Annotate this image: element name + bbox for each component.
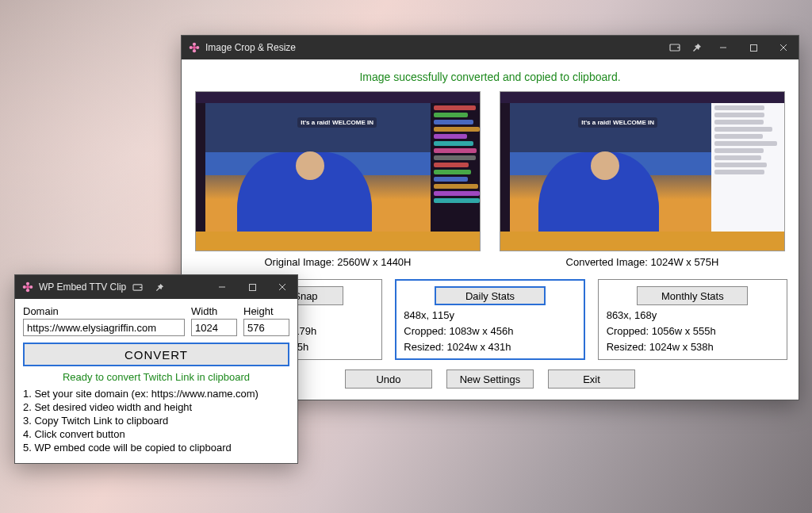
svg-point-4 — [196, 46, 199, 49]
width-input[interactable] — [191, 319, 237, 336]
undo-button[interactable]: Undo — [345, 369, 432, 389]
wp-embed-window: WP Embed TTV Clip Domain Width — [14, 274, 298, 464]
svg-point-3 — [190, 46, 193, 49]
instructions-list: 1. Set your site domain (ex: https://www… — [23, 388, 289, 454]
svg-point-12 — [26, 289, 29, 292]
snap-button-daily-stats[interactable]: Daily Stats — [435, 286, 546, 305]
svg-point-10 — [26, 285, 29, 289]
minimize-icon[interactable] — [708, 36, 738, 59]
svg-rect-17 — [249, 284, 255, 290]
instruction-step-5: 5. WP embed code will be copied to clipb… — [23, 442, 289, 454]
ready-message: Ready to convert Twitch Link in clipboar… — [23, 371, 289, 383]
width-label: Width — [191, 305, 237, 317]
wp-titlebar[interactable]: WP Embed TTV Clip — [15, 275, 297, 299]
original-image-thumb: It's a raid! WELCOME IN — [195, 91, 481, 251]
exit-button[interactable]: Exit — [548, 369, 635, 389]
snap-button-monthly-stats[interactable]: Monthly Stats — [637, 286, 748, 305]
snap-coords: 863x, 168y — [607, 309, 779, 321]
convert-button[interactable]: CONVERT — [23, 343, 289, 366]
snap-resized: Resized: 1024w x 431h — [404, 341, 576, 353]
wp-title: WP Embed TTV Clip — [39, 281, 126, 293]
converted-image-column: It's a raid! WELCOME IN Converted Image:… — [497, 91, 787, 268]
svg-point-11 — [26, 282, 29, 285]
maximize-icon[interactable] — [738, 36, 768, 59]
height-label: Height — [243, 305, 289, 317]
minimize-icon[interactable] — [207, 275, 237, 299]
svg-rect-7 — [750, 44, 756, 51]
domain-label: Domain — [23, 305, 185, 317]
instruction-step-4: 4. Click convert button — [23, 428, 289, 440]
pin-icon[interactable] — [148, 275, 170, 299]
original-caption: Original Image: 2560W x 1440H — [265, 256, 412, 268]
maximize-icon[interactable] — [237, 275, 267, 299]
icr-titlebar[interactable]: Image Crop & Resize — [182, 36, 799, 59]
flower-icon — [21, 281, 34, 293]
icr-title: Image Crop & Resize — [205, 42, 296, 53]
instruction-step-2: 2. Set desired video width and height — [23, 401, 289, 413]
new-settings-button[interactable]: New Settings — [446, 369, 534, 389]
close-icon[interactable] — [768, 36, 799, 59]
domain-input[interactable] — [23, 319, 185, 336]
converted-image-thumb: It's a raid! WELCOME IN — [500, 91, 785, 251]
wallet-icon[interactable] — [126, 275, 148, 299]
svg-point-14 — [29, 285, 33, 289]
svg-point-2 — [193, 49, 196, 52]
pin-icon[interactable] — [686, 36, 708, 59]
status-message: Image sucessfully converted and copied t… — [193, 66, 787, 91]
wallet-icon[interactable] — [664, 36, 686, 59]
snap-box-1: Daily Stats848x, 115yCropped: 1083w x 45… — [395, 279, 584, 360]
converted-caption: Converted Image: 1024W x 575H — [566, 256, 719, 268]
svg-point-0 — [193, 46, 196, 49]
instruction-step-1: 1. Set your site domain (ex: https://www… — [23, 388, 289, 400]
original-image-column: It's a raid! WELCOME IN Original Image: … — [193, 91, 483, 268]
svg-point-1 — [193, 43, 196, 46]
svg-point-13 — [23, 285, 26, 289]
snap-cropped: Cropped: 1056w x 555h — [607, 325, 779, 337]
snap-coords: 848x, 115y — [404, 309, 576, 321]
snap-box-2: Monthly Stats863x, 168yCropped: 1056w x … — [598, 279, 787, 360]
height-input[interactable] — [243, 319, 289, 336]
snap-resized: Resized: 1024w x 538h — [607, 341, 779, 353]
instruction-step-3: 3. Copy Twitch Link to clipboard — [23, 415, 289, 427]
snap-cropped: Cropped: 1083w x 456h — [404, 325, 576, 337]
close-icon[interactable] — [267, 275, 297, 299]
flower-icon — [188, 41, 201, 54]
